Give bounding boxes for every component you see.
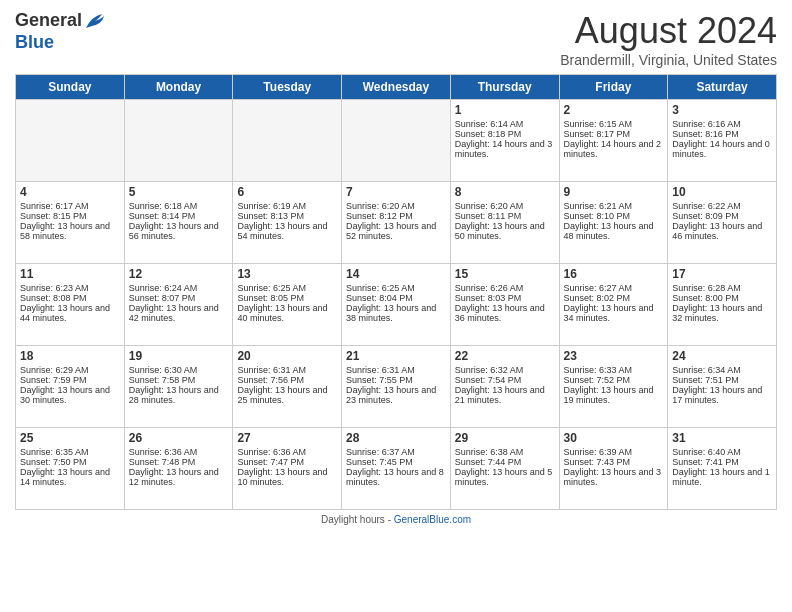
daylight-text: Daylight: 14 hours and 0 minutes. [672, 139, 770, 159]
day-number: 20 [237, 349, 337, 363]
sunset-text: Sunset: 8:09 PM [672, 211, 739, 221]
calendar-week-4: 18Sunrise: 6:29 AMSunset: 7:59 PMDayligh… [16, 346, 777, 428]
day-number: 9 [564, 185, 664, 199]
day-number: 2 [564, 103, 664, 117]
daylight-text: Daylight: 14 hours and 2 minutes. [564, 139, 662, 159]
sunset-text: Sunset: 8:15 PM [20, 211, 87, 221]
title-block: August 2024 Brandermill, Virginia, Unite… [560, 10, 777, 68]
daylight-text: Daylight: 13 hours and 5 minutes. [455, 467, 553, 487]
daylight-text: Daylight: 13 hours and 56 minutes. [129, 221, 219, 241]
day-number: 31 [672, 431, 772, 445]
calendar-cell: 22Sunrise: 6:32 AMSunset: 7:54 PMDayligh… [450, 346, 559, 428]
sunrise-text: Sunrise: 6:21 AM [564, 201, 633, 211]
sunrise-text: Sunrise: 6:34 AM [672, 365, 741, 375]
sunset-text: Sunset: 7:56 PM [237, 375, 304, 385]
calendar-cell: 17Sunrise: 6:28 AMSunset: 8:00 PMDayligh… [668, 264, 777, 346]
sunset-text: Sunset: 7:47 PM [237, 457, 304, 467]
sunrise-text: Sunrise: 6:33 AM [564, 365, 633, 375]
calendar-cell [124, 100, 233, 182]
daylight-text: Daylight: 13 hours and 8 minutes. [346, 467, 444, 487]
sunrise-text: Sunrise: 6:40 AM [672, 447, 741, 457]
sunset-text: Sunset: 7:44 PM [455, 457, 522, 467]
calendar-cell: 25Sunrise: 6:35 AMSunset: 7:50 PMDayligh… [16, 428, 125, 510]
sunset-text: Sunset: 8:07 PM [129, 293, 196, 303]
day-number: 13 [237, 267, 337, 281]
sunset-text: Sunset: 8:14 PM [129, 211, 196, 221]
sunset-text: Sunset: 7:54 PM [455, 375, 522, 385]
sunset-text: Sunset: 8:00 PM [672, 293, 739, 303]
header: General Blue August 2024 Brandermill, Vi… [15, 10, 777, 68]
daylight-text: Daylight: 13 hours and 32 minutes. [672, 303, 762, 323]
calendar-cell: 10Sunrise: 6:22 AMSunset: 8:09 PMDayligh… [668, 182, 777, 264]
day-number: 12 [129, 267, 229, 281]
footer: Daylight hours - GeneralBlue.com [15, 514, 777, 525]
day-number: 18 [20, 349, 120, 363]
calendar-cell: 11Sunrise: 6:23 AMSunset: 8:08 PMDayligh… [16, 264, 125, 346]
daylight-text: Daylight: 13 hours and 46 minutes. [672, 221, 762, 241]
day-number: 5 [129, 185, 229, 199]
calendar-cell: 31Sunrise: 6:40 AMSunset: 7:41 PMDayligh… [668, 428, 777, 510]
sunset-text: Sunset: 8:17 PM [564, 129, 631, 139]
day-number: 6 [237, 185, 337, 199]
sunset-text: Sunset: 8:11 PM [455, 211, 522, 221]
sunrise-text: Sunrise: 6:17 AM [20, 201, 89, 211]
daylight-text: Daylight: 13 hours and 54 minutes. [237, 221, 327, 241]
daylight-text: Daylight: 13 hours and 52 minutes. [346, 221, 436, 241]
logo-blue-text: Blue [15, 32, 54, 54]
day-number: 7 [346, 185, 446, 199]
page-container: General Blue August 2024 Brandermill, Vi… [0, 0, 792, 535]
sunrise-text: Sunrise: 6:27 AM [564, 283, 633, 293]
sunrise-text: Sunrise: 6:26 AM [455, 283, 524, 293]
calendar-cell: 28Sunrise: 6:37 AMSunset: 7:45 PMDayligh… [342, 428, 451, 510]
daylight-text: Daylight: 13 hours and 42 minutes. [129, 303, 219, 323]
calendar-week-5: 25Sunrise: 6:35 AMSunset: 7:50 PMDayligh… [16, 428, 777, 510]
calendar-week-1: 1Sunrise: 6:14 AMSunset: 8:18 PMDaylight… [16, 100, 777, 182]
calendar-table: Sunday Monday Tuesday Wednesday Thursday… [15, 74, 777, 510]
daylight-text: Daylight: 13 hours and 10 minutes. [237, 467, 327, 487]
sunset-text: Sunset: 7:58 PM [129, 375, 196, 385]
sunset-text: Sunset: 8:05 PM [237, 293, 304, 303]
logo: General Blue [15, 10, 106, 53]
sunset-text: Sunset: 8:03 PM [455, 293, 522, 303]
footer-text: Daylight hours [321, 514, 385, 525]
calendar-cell: 24Sunrise: 6:34 AMSunset: 7:51 PMDayligh… [668, 346, 777, 428]
day-number: 27 [237, 431, 337, 445]
sunrise-text: Sunrise: 6:16 AM [672, 119, 741, 129]
daylight-text: Daylight: 13 hours and 38 minutes. [346, 303, 436, 323]
daylight-text: Daylight: 13 hours and 21 minutes. [455, 385, 545, 405]
daylight-text: Daylight: 13 hours and 30 minutes. [20, 385, 110, 405]
daylight-text: Daylight: 13 hours and 36 minutes. [455, 303, 545, 323]
sunrise-text: Sunrise: 6:37 AM [346, 447, 415, 457]
sunset-text: Sunset: 8:08 PM [20, 293, 87, 303]
sunrise-text: Sunrise: 6:31 AM [237, 365, 306, 375]
sunrise-text: Sunrise: 6:20 AM [346, 201, 415, 211]
day-number: 1 [455, 103, 555, 117]
location-subtitle: Brandermill, Virginia, United States [560, 52, 777, 68]
sunrise-text: Sunrise: 6:38 AM [455, 447, 524, 457]
sunrise-text: Sunrise: 6:24 AM [129, 283, 198, 293]
calendar-cell: 12Sunrise: 6:24 AMSunset: 8:07 PMDayligh… [124, 264, 233, 346]
sunset-text: Sunset: 7:48 PM [129, 457, 196, 467]
sunrise-text: Sunrise: 6:36 AM [129, 447, 198, 457]
calendar-cell [233, 100, 342, 182]
sunrise-text: Sunrise: 6:20 AM [455, 201, 524, 211]
sunrise-text: Sunrise: 6:28 AM [672, 283, 741, 293]
daylight-text: Daylight: 13 hours and 40 minutes. [237, 303, 327, 323]
sunset-text: Sunset: 7:52 PM [564, 375, 631, 385]
sunset-text: Sunset: 7:43 PM [564, 457, 631, 467]
daylight-text: Daylight: 13 hours and 34 minutes. [564, 303, 654, 323]
calendar-cell: 16Sunrise: 6:27 AMSunset: 8:02 PMDayligh… [559, 264, 668, 346]
sunrise-text: Sunrise: 6:18 AM [129, 201, 198, 211]
day-number: 14 [346, 267, 446, 281]
sunrise-text: Sunrise: 6:23 AM [20, 283, 89, 293]
calendar-cell: 26Sunrise: 6:36 AMSunset: 7:48 PMDayligh… [124, 428, 233, 510]
calendar-cell: 19Sunrise: 6:30 AMSunset: 7:58 PMDayligh… [124, 346, 233, 428]
daylight-text: Daylight: 13 hours and 3 minutes. [564, 467, 662, 487]
sunrise-text: Sunrise: 6:39 AM [564, 447, 633, 457]
calendar-cell: 3Sunrise: 6:16 AMSunset: 8:16 PMDaylight… [668, 100, 777, 182]
daylight-text: Daylight: 13 hours and 17 minutes. [672, 385, 762, 405]
sunrise-text: Sunrise: 6:32 AM [455, 365, 524, 375]
sunset-text: Sunset: 8:10 PM [564, 211, 631, 221]
day-number: 22 [455, 349, 555, 363]
sunset-text: Sunset: 8:04 PM [346, 293, 413, 303]
